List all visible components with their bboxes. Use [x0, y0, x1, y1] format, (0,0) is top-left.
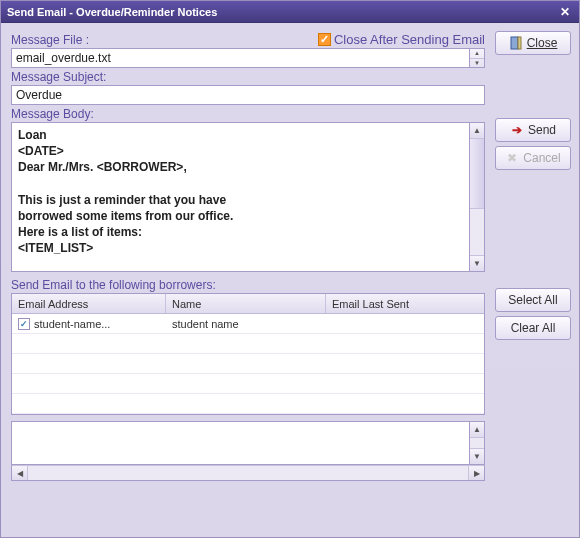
close-after-send-option[interactable]: ✓ Close After Sending Email [318, 32, 485, 47]
close-button[interactable]: Close [495, 31, 571, 55]
svg-rect-0 [511, 37, 518, 49]
cancel-button-label: Cancel [523, 151, 560, 165]
table-header: Email Address Name Email Last Sent [12, 294, 484, 314]
titlebar: Send Email - Overdue/Reminder Notices ✕ [1, 1, 579, 23]
header-email[interactable]: Email Address [12, 294, 166, 313]
send-button[interactable]: ➔ Send [495, 118, 571, 142]
window-close-button[interactable]: ✕ [557, 4, 573, 20]
checkbox-icon: ✓ [318, 33, 331, 46]
row-checkbox[interactable]: ✓ [18, 318, 30, 330]
chevron-up-icon[interactable]: ▲ [470, 49, 484, 59]
header-name[interactable]: Name [166, 294, 326, 313]
message-body-textarea[interactable]: Loan <DATE> Dear Mr./Mrs. <BORROWER>, Th… [11, 122, 469, 272]
send-to-label: Send Email to the following borrowers: [11, 278, 485, 292]
scroll-right-icon[interactable]: ▶ [468, 466, 484, 480]
message-file-label: Message File : [11, 33, 89, 47]
row-name: student name [166, 314, 326, 333]
door-icon [509, 36, 523, 50]
scroll-thumb[interactable] [470, 139, 484, 209]
scroll-left-icon[interactable]: ◀ [12, 466, 28, 480]
close-after-send-label: Close After Sending Email [334, 32, 485, 47]
message-body-label: Message Body: [11, 107, 485, 121]
send-button-label: Send [528, 123, 556, 137]
table-row[interactable]: ✓ student-name... student name [12, 314, 484, 334]
cancel-icon: ✖ [505, 151, 519, 165]
send-email-dialog: Send Email - Overdue/Reminder Notices ✕ … [0, 0, 580, 538]
header-last-sent[interactable]: Email Last Sent [326, 294, 484, 313]
svg-rect-1 [518, 37, 521, 49]
clear-all-label: Clear All [511, 321, 556, 335]
body-scrollbar[interactable]: ▲ ▼ [469, 122, 485, 272]
row-email: student-name... [34, 318, 110, 330]
borrowers-table: Email Address Name Email Last Sent ✓ stu… [11, 293, 485, 415]
scroll-down-icon[interactable]: ▼ [470, 448, 484, 464]
horizontal-scrollbar[interactable]: ◀ ▶ [11, 465, 485, 481]
select-all-button[interactable]: Select All [495, 288, 571, 312]
log-textarea[interactable] [11, 421, 469, 465]
cancel-button: ✖ Cancel [495, 146, 571, 170]
arrow-right-icon: ➔ [510, 123, 524, 137]
message-file-input[interactable] [11, 48, 469, 68]
row-last-sent [326, 314, 484, 333]
chevron-down-icon[interactable]: ▼ [470, 59, 484, 68]
file-spinner[interactable]: ▲ ▼ [469, 48, 485, 68]
scroll-up-icon[interactable]: ▲ [470, 123, 484, 139]
message-subject-label: Message Subject: [11, 70, 485, 84]
close-button-label: Close [527, 36, 558, 50]
window-title: Send Email - Overdue/Reminder Notices [7, 6, 217, 18]
message-subject-input[interactable] [11, 85, 485, 105]
clear-all-button[interactable]: Clear All [495, 316, 571, 340]
log-scrollbar[interactable]: ▲ ▼ [469, 421, 485, 465]
scroll-up-icon[interactable]: ▲ [470, 422, 484, 438]
scroll-down-icon[interactable]: ▼ [470, 255, 484, 271]
select-all-label: Select All [508, 293, 557, 307]
